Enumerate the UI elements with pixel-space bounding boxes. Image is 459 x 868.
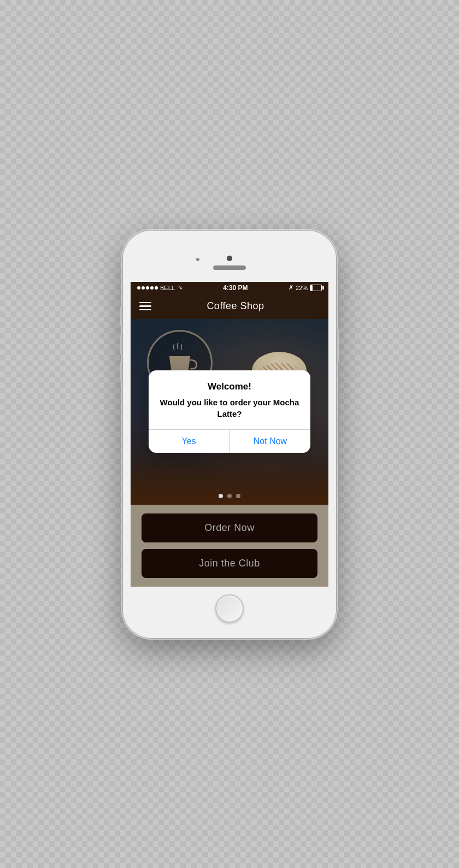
hamburger-line-1 (139, 302, 151, 304)
speaker-dot (196, 258, 199, 261)
not-now-button[interactable]: Not Now (230, 430, 311, 453)
bottom-section: Order Now Join the Club (131, 505, 328, 587)
phone-top (131, 238, 328, 282)
join-club-button[interactable]: Join the Club (142, 549, 317, 578)
signal-dot-5 (155, 286, 158, 290)
signal-dot-1 (137, 286, 140, 290)
phone-inner: BELL ∿ 4:30 PM ✗ 22% (131, 238, 328, 630)
status-left: BELL ∿ (137, 285, 183, 291)
hamburger-menu[interactable] (139, 302, 151, 311)
battery-icon (310, 285, 322, 291)
yes-button[interactable]: Yes (149, 430, 229, 453)
modal-buttons: Yes Not Now (149, 430, 311, 453)
hero-section: COFFEE SHOP (131, 319, 328, 505)
signal-dot-3 (146, 286, 149, 290)
nav-title: Coffee Shop (151, 300, 320, 312)
phone-screen: BELL ∿ 4:30 PM ✗ 22% (131, 282, 328, 587)
modal-title: Welcome! (160, 381, 300, 392)
modal-body: Welcome! Would you like to order your Mo… (149, 370, 311, 420)
signal-dots (137, 286, 158, 290)
carrier-label: BELL (160, 285, 175, 291)
bluetooth-icon: ✗ (289, 284, 293, 291)
order-now-button[interactable]: Order Now (142, 513, 317, 542)
speaker (213, 265, 246, 270)
home-button[interactable] (215, 594, 244, 623)
battery-fill (310, 285, 313, 291)
phone-bottom (131, 587, 328, 630)
welcome-dialog: Welcome! Would you like to order your Mo… (149, 370, 311, 453)
hamburger-line-3 (139, 309, 151, 311)
phone-frame: BELL ∿ 4:30 PM ✗ 22% (123, 231, 336, 638)
status-time: 4:30 PM (223, 284, 248, 292)
status-bar: BELL ∿ 4:30 PM ✗ 22% (131, 282, 328, 294)
camera (227, 256, 232, 261)
hamburger-line-2 (139, 305, 151, 307)
nav-bar: Coffee Shop (131, 294, 328, 319)
modal-overlay: Welcome! Would you like to order your Mo… (131, 319, 328, 505)
battery-pct: 22% (296, 285, 308, 291)
wifi-icon: ∿ (178, 285, 183, 291)
status-right: ✗ 22% (289, 284, 322, 291)
modal-message: Would you like to order your Mocha Latte… (160, 397, 300, 420)
signal-dot-2 (142, 286, 145, 290)
signal-dot-4 (150, 286, 154, 290)
